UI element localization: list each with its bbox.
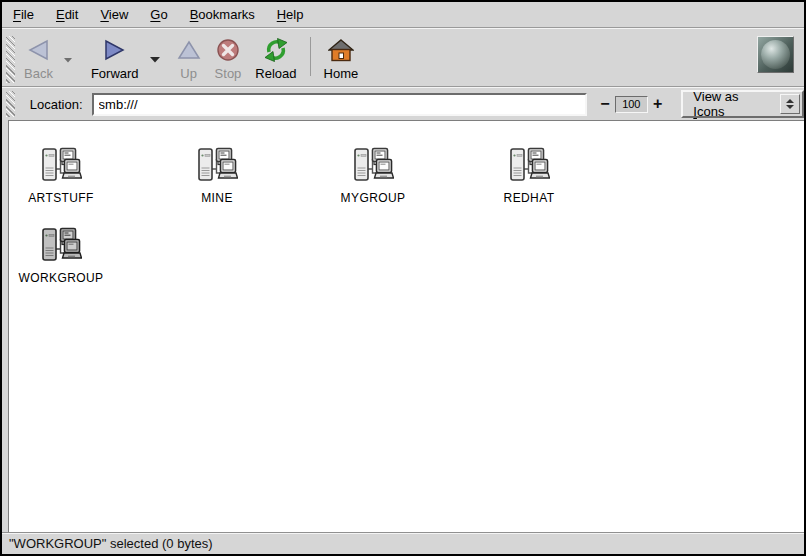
view-as-dropdown-arrows-icon[interactable] (780, 94, 800, 114)
icon-row-1: ARTSTUFF MINE MYGROUP REDHAT (15, 146, 804, 205)
stop-button[interactable]: Stop (208, 33, 249, 83)
menu-view[interactable]: View (89, 3, 139, 26)
forward-icon (103, 35, 127, 65)
home-label: Home (324, 66, 359, 81)
icon-label: MYGROUP (341, 191, 406, 205)
toolbar-separator (310, 37, 311, 76)
network-icon (40, 146, 82, 186)
status-bar: "WORKGROUP" selected (0 bytes) (2, 532, 804, 554)
icon-label: ARTSTUFF (28, 191, 94, 205)
status-text: "WORKGROUP" selected (0 bytes) (9, 536, 213, 551)
forward-history-dropdown-icon[interactable] (146, 49, 164, 67)
network-icon (508, 146, 550, 186)
icon-view[interactable]: ARTSTUFF MINE MYGROUP REDHAT WORKGROUP (8, 120, 804, 532)
menu-go[interactable]: Go (139, 3, 178, 26)
reload-button[interactable]: Reload (248, 33, 303, 83)
toolbar-grip-handle[interactable] (6, 36, 15, 83)
up-button[interactable]: Up (170, 33, 208, 83)
throbber-globe-icon (761, 40, 790, 69)
menubar: File Edit View Go Bookmarks Help (2, 2, 804, 28)
zoom-level-indicator: 100 (615, 96, 648, 113)
up-label: Up (180, 66, 197, 81)
network-icon (352, 146, 394, 186)
menu-view-label: V (100, 7, 108, 22)
view-as-dropdown[interactable]: View as Icons (681, 90, 804, 118)
network-share-redhat[interactable]: REDHAT (483, 146, 575, 205)
icon-row-2: WORKGROUP (15, 226, 804, 285)
forward-label: Forward (91, 66, 139, 81)
up-icon (177, 35, 201, 65)
throbber (757, 36, 794, 73)
network-share-mine[interactable]: MINE (171, 146, 263, 205)
location-bar-grip-handle[interactable] (6, 91, 15, 117)
home-button[interactable]: Home (317, 33, 366, 83)
menu-help-label: H (277, 7, 286, 22)
icon-label: WORKGROUP (19, 271, 104, 285)
forward-button[interactable]: Forward (84, 33, 146, 83)
menu-file[interactable]: File (2, 3, 45, 26)
network-icon (196, 146, 238, 186)
stop-icon (216, 35, 240, 65)
network-share-artstuff[interactable]: ARTSTUFF (15, 146, 107, 205)
reload-label: Reload (255, 66, 296, 81)
home-icon (328, 35, 354, 65)
menu-edit[interactable]: Edit (45, 3, 89, 26)
back-label: Back (24, 66, 53, 81)
location-input[interactable] (92, 93, 588, 116)
back-button[interactable]: Back (17, 33, 60, 83)
location-bar: Location: − 100 + View as Icons (2, 87, 804, 120)
toolbar: Back Forward Up (2, 28, 804, 87)
network-share-workgroup[interactable]: WORKGROUP (15, 226, 107, 285)
icon-label: MINE (201, 191, 233, 205)
menu-help[interactable]: Help (266, 3, 315, 26)
network-share-mygroup[interactable]: MYGROUP (327, 146, 419, 205)
view-as-label: View as Icons (693, 89, 771, 119)
network-icon (40, 226, 82, 266)
location-label: Location: (30, 97, 83, 112)
menu-file-label: F (13, 7, 21, 22)
stop-label: Stop (215, 66, 242, 81)
back-history-dropdown-icon[interactable] (60, 49, 76, 67)
zoom-out-button[interactable]: − (595, 95, 614, 113)
menu-edit-label: E (56, 7, 65, 22)
menu-bookmarks[interactable]: Bookmarks (179, 3, 266, 26)
menu-go-label: G (150, 7, 160, 22)
back-icon (26, 35, 50, 65)
file-manager-window: File Edit View Go Bookmarks Help Back Fo… (0, 0, 806, 556)
icon-label: REDHAT (504, 191, 555, 205)
zoom-in-button[interactable]: + (648, 95, 667, 113)
reload-icon (263, 35, 289, 65)
